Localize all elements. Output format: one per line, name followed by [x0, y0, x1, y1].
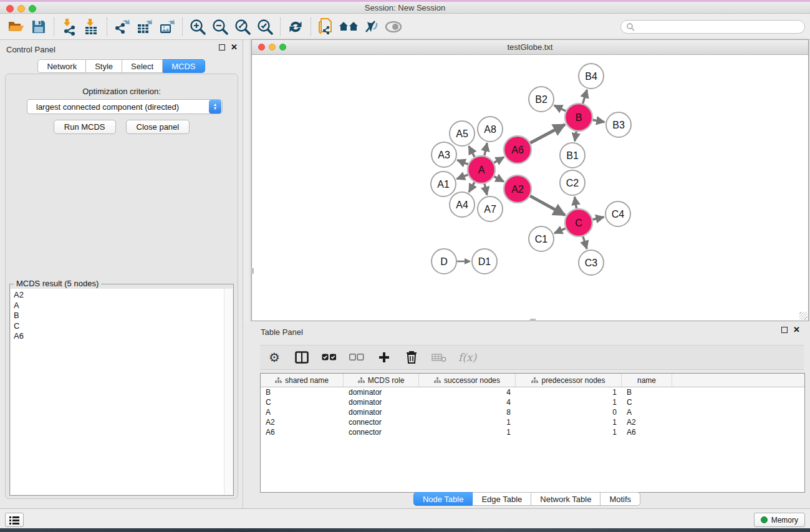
- save-session-button[interactable]: [27, 17, 50, 37]
- zoom-in-button[interactable]: [186, 17, 209, 37]
- table-cell[interactable]: C: [622, 398, 672, 407]
- tab-network[interactable]: Network: [37, 59, 86, 73]
- node-A[interactable]: A: [468, 156, 495, 183]
- node-B3[interactable]: B3: [606, 112, 631, 137]
- export-image-button[interactable]: [156, 17, 178, 37]
- edge-B-B1[interactable]: [575, 132, 577, 142]
- close-panel-icon[interactable]: ✕: [231, 44, 238, 51]
- table-cell[interactable]: C: [261, 398, 344, 407]
- edge-A6-B[interactable]: [530, 125, 565, 143]
- table-row[interactable]: A6connector11A6: [261, 427, 804, 437]
- table-cell[interactable]: A: [622, 408, 672, 417]
- node-A2[interactable]: A2: [504, 175, 531, 203]
- node-C1[interactable]: C1: [529, 226, 554, 251]
- close-panel-button[interactable]: Close panel: [126, 120, 190, 134]
- edge-A-A4[interactable]: [469, 182, 475, 192]
- create-column-button[interactable]: [376, 349, 392, 365]
- zoom-out-button[interactable]: [209, 17, 231, 37]
- edge-C-C2[interactable]: [575, 197, 577, 209]
- export-table-button[interactable]: [133, 17, 156, 37]
- table-cell[interactable]: A2: [622, 418, 672, 427]
- table-cell[interactable]: dominator: [344, 408, 419, 417]
- edge-A-A7[interactable]: [485, 183, 487, 195]
- tab-select[interactable]: Select: [122, 59, 163, 73]
- open-file-button[interactable]: [5, 17, 27, 37]
- table-cell[interactable]: connector: [344, 418, 419, 427]
- table-cell[interactable]: 1: [516, 418, 622, 427]
- result-scrollbar[interactable]: [224, 289, 233, 495]
- edge-A-A3[interactable]: [457, 160, 468, 165]
- tab-motifs[interactable]: Motifs: [600, 492, 640, 506]
- node-A7[interactable]: A7: [478, 196, 503, 221]
- zoom-selected-button[interactable]: [254, 17, 276, 37]
- tab-edge-table[interactable]: Edge Table: [473, 492, 531, 506]
- tab-style[interactable]: Style: [86, 59, 122, 73]
- edge-A-A5[interactable]: [469, 146, 475, 157]
- node-A6[interactable]: A6: [504, 136, 531, 163]
- node-C2[interactable]: C2: [560, 170, 585, 195]
- tab-network-table[interactable]: Network Table: [531, 492, 600, 506]
- node-C[interactable]: C: [565, 209, 592, 236]
- node-D1[interactable]: D1: [472, 249, 497, 274]
- table-cell[interactable]: A2: [261, 418, 344, 427]
- table-cell[interactable]: dominator: [344, 388, 419, 397]
- column-header-predecessor-nodes[interactable]: predecessor nodes: [516, 374, 622, 387]
- run-mcds-button[interactable]: Run MCDS: [54, 120, 116, 134]
- table-cell[interactable]: 1: [516, 428, 622, 437]
- result-item[interactable]: A2: [14, 290, 224, 301]
- edge-A-A1[interactable]: [457, 175, 468, 179]
- column-header-name[interactable]: name: [622, 374, 672, 387]
- export-network-button[interactable]: [111, 17, 133, 37]
- edge-A-A6[interactable]: [494, 157, 504, 163]
- network-canvas[interactable]: B4B2BB3A8A5A6A3B1AC2A1A2A4A7C4CC1DD1C3: [252, 56, 808, 321]
- refresh-layout-button[interactable]: [284, 17, 307, 37]
- result-item[interactable]: A: [14, 301, 224, 311]
- node-A1[interactable]: A1: [431, 172, 456, 196]
- table-cell[interactable]: 8: [419, 408, 516, 417]
- result-item[interactable]: B: [14, 311, 224, 321]
- node-C4[interactable]: C4: [605, 201, 630, 226]
- zoom-fit-button[interactable]: [231, 17, 254, 37]
- network-graph[interactable]: B4B2BB3A8A5A6A3B1AC2A1A2A4A7C4CC1DD1C3: [252, 56, 808, 321]
- float-table-panel-icon[interactable]: [781, 327, 788, 333]
- search-input[interactable]: [635, 22, 799, 31]
- show-hide-button[interactable]: [382, 17, 405, 37]
- table-cell[interactable]: A6: [622, 428, 672, 437]
- network-window-titlebar[interactable]: testGlobe.txt: [252, 40, 808, 55]
- delete-column-button[interactable]: [403, 349, 420, 365]
- table-cell[interactable]: 1: [516, 398, 622, 407]
- node-B2[interactable]: B2: [529, 87, 554, 112]
- table-cell[interactable]: 0: [516, 408, 622, 417]
- table-cell[interactable]: 1: [419, 418, 516, 427]
- node-A3[interactable]: A3: [432, 142, 456, 167]
- import-table-button[interactable]: [80, 17, 103, 37]
- edge-C-C1[interactable]: [554, 228, 566, 233]
- memory-button[interactable]: Memory: [754, 513, 805, 527]
- resize-grip-icon[interactable]: [799, 312, 808, 320]
- table-cell[interactable]: 1: [419, 428, 516, 437]
- delete-table-button[interactable]: [431, 349, 447, 365]
- table-cell[interactable]: 1: [516, 388, 622, 397]
- node-table[interactable]: shared nameMCDS rolesuccessor nodesprede…: [260, 373, 805, 493]
- table-row[interactable]: Cdominator41C: [261, 397, 804, 407]
- result-item[interactable]: A6: [14, 331, 224, 342]
- table-cell[interactable]: A: [261, 408, 344, 417]
- column-header-successor-nodes[interactable]: successor nodes: [419, 374, 516, 387]
- table-cell[interactable]: B: [622, 388, 672, 397]
- edge-A2-C[interactable]: [530, 196, 565, 215]
- deselect-all-button[interactable]: [349, 349, 365, 365]
- select-all-button[interactable]: [321, 349, 337, 365]
- edge-B-B4[interactable]: [583, 90, 587, 104]
- table-row[interactable]: Bdominator41B: [261, 387, 804, 397]
- table-cell[interactable]: 4: [419, 388, 516, 397]
- criterion-dropdown[interactable]: largest connected component (directed) ▲…: [27, 99, 223, 114]
- table-cell[interactable]: 4: [419, 398, 516, 407]
- tab-node-table[interactable]: Node Table: [413, 492, 473, 506]
- function-builder-button[interactable]: f(x): [458, 349, 476, 365]
- table-cell[interactable]: connector: [344, 428, 419, 437]
- network-from-selection-button[interactable]: [315, 17, 337, 37]
- table-cell[interactable]: B: [261, 388, 344, 397]
- column-view-button[interactable]: [294, 349, 310, 365]
- edge-A-A8[interactable]: [485, 143, 487, 155]
- import-network-button[interactable]: [58, 17, 80, 37]
